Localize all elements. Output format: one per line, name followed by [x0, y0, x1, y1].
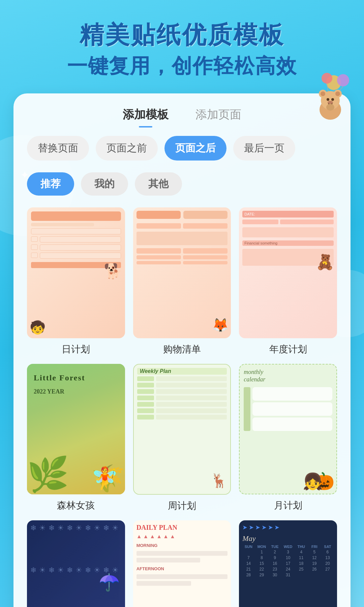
template-thumb-daily2: DAILY PLAN ▲▲▲ ▲▲▲ MORNING AFTERNOON ☕	[133, 520, 231, 607]
template-item-daily2[interactable]: DAILY PLAN ▲▲▲ ▲▲▲ MORNING AFTERNOON ☕ 日…	[133, 520, 231, 607]
svg-point-15	[326, 104, 334, 111]
plant-left: 🌿	[27, 455, 69, 494]
pos-btn-after[interactable]: 页面之后	[164, 136, 226, 161]
template-item-shopping[interactable]: 🦊 购物清单	[133, 207, 231, 356]
may-arrows: ➤➤➤ ➤➤➤	[242, 524, 334, 531]
weekly-header: Weekly Plan	[137, 368, 227, 375]
svg-point-2	[322, 73, 332, 84]
deer-icon: 🦌	[211, 473, 228, 489]
template-label-monthly: 月计划	[274, 499, 302, 512]
template-item-2022[interactable]: ❄☀❄☀ ❄☀❄☀ ❄☀❄☀ ❄☀❄☀ ❄☀❄☀ ❄☀❄☀ 2022 ☂️ 20…	[27, 520, 125, 607]
template-thumb-2022: ❄☀❄☀ ❄☀❄☀ ❄☀❄☀ ❄☀❄☀ ❄☀❄☀ ❄☀❄☀ 2022 ☂️	[27, 520, 125, 607]
bear-decoration	[303, 71, 357, 125]
snowflakes-bg: ❄☀❄☀ ❄☀❄☀ ❄☀❄☀ ❄☀❄☀ ❄☀❄☀ ❄☀❄☀	[27, 520, 125, 607]
template-thumb-monthly: monthly calendar 🎃 👧	[239, 364, 337, 495]
daily2-afternoon: AFTERNOON	[136, 566, 228, 571]
monthly-header: monthly calendar	[244, 369, 332, 383]
shop-col1	[136, 223, 228, 229]
hero-title-main: 精美贴纸优质模板	[13, 20, 351, 49]
cat-other[interactable]: 其他	[135, 172, 182, 196]
pos-btn-last[interactable]: 最后一页	[233, 136, 295, 161]
girl-icon: 🧒	[30, 320, 46, 335]
hero-title-sub: 一键复用，创作轻松高效	[13, 53, 351, 80]
template-thumb-forest: 🌿 🌾 Little Forest 2022 YEAR 🧚	[27, 364, 125, 495]
shop-header-right	[183, 211, 228, 219]
corgi-icon: 🐕	[104, 262, 122, 280]
template-thumb-shopping: 🦊	[133, 207, 231, 338]
svg-point-12	[327, 98, 329, 101]
template-item-weekly[interactable]: Weekly Plan	[133, 364, 231, 512]
daily2-morning: MORNING	[136, 543, 228, 548]
template-thumb-may: ➤➤➤ ➤➤➤ May SUN MON TUE WED THU FRI SAT …	[239, 520, 337, 607]
daily-row1	[31, 228, 121, 234]
daily-row4	[40, 253, 121, 259]
pos-btn-before[interactable]: 页面之前	[96, 136, 158, 161]
template-item-monthly[interactable]: monthly calendar 🎃 👧 月计划	[239, 364, 337, 512]
may-title: May	[242, 534, 334, 543]
may-grid: SUN MON TUE WED THU FRI SAT 1 2 3 4 5 6 …	[242, 545, 334, 577]
tab-row: 添加模板 添加页面	[27, 107, 337, 126]
template-label-forest: 森林女孩	[57, 499, 95, 512]
annual-main-box	[242, 227, 334, 237]
main-dialog-card: 添加模板 添加页面 替换页面 页面之前 页面之后 最后一页 推荐 我的 其他	[13, 93, 351, 607]
tab-add-template[interactable]: 添加模板	[123, 107, 169, 126]
umbrella-icon: ☂️	[99, 573, 120, 592]
category-row: 推荐 我的 其他	[27, 172, 337, 196]
template-label-daily: 日计划	[62, 343, 90, 356]
svg-point-13	[331, 98, 334, 101]
template-item-forest[interactable]: 🌿 🌾 Little Forest 2022 YEAR 🧚 森林女孩	[27, 364, 125, 512]
template-thumb-annual: DATE: Financial something 🧸	[239, 207, 337, 338]
pos-btn-replace[interactable]: 替换页面	[27, 136, 89, 161]
template-grid: 🐕 🧒 日计划	[27, 207, 337, 607]
position-row: 替换页面 页面之前 页面之后 最后一页	[27, 136, 337, 161]
svg-point-1	[337, 74, 349, 86]
daily2-header: DAILY PLAN	[136, 524, 228, 531]
svg-point-11	[335, 91, 340, 96]
template-label-shopping: 购物清单	[163, 343, 201, 356]
tab-add-page[interactable]: 添加页面	[195, 107, 241, 126]
shop-img-area	[136, 232, 228, 245]
daily-row3	[40, 244, 121, 251]
svg-point-10	[321, 91, 325, 96]
cat-recommended[interactable]: 推荐	[27, 172, 74, 196]
cat-mine[interactable]: 我的	[81, 172, 128, 196]
daily-header	[31, 211, 121, 221]
forest-title: Little Forest 2022 YEAR	[34, 371, 85, 397]
template-item-may[interactable]: ➤➤➤ ➤➤➤ May SUN MON TUE WED THU FRI SAT …	[239, 520, 337, 607]
raccoon-icon: 🦊	[212, 317, 229, 333]
anime-girl-icon: 👧	[303, 472, 323, 491]
fairy-icon: 🧚	[91, 466, 118, 491]
daily-row2	[40, 236, 121, 242]
template-thumb-daily: 🐕 🧒	[27, 207, 125, 338]
template-item-daily[interactable]: 🐕 🧒 日计划	[27, 207, 125, 356]
bear-icon: 🧸	[316, 253, 334, 271]
template-item-annual[interactable]: DATE: Financial something 🧸 年度计划	[239, 207, 337, 356]
annual-date-bar: DATE:	[242, 211, 334, 218]
shop-header-left	[136, 211, 181, 219]
template-label-weekly: 周计划	[168, 499, 196, 512]
daily2-arrows: ▲▲▲ ▲▲▲	[136, 533, 228, 540]
template-label-annual: 年度计划	[269, 343, 307, 356]
template-thumb-weekly: Weekly Plan	[133, 364, 231, 495]
annual-label: Financial something	[242, 240, 334, 246]
